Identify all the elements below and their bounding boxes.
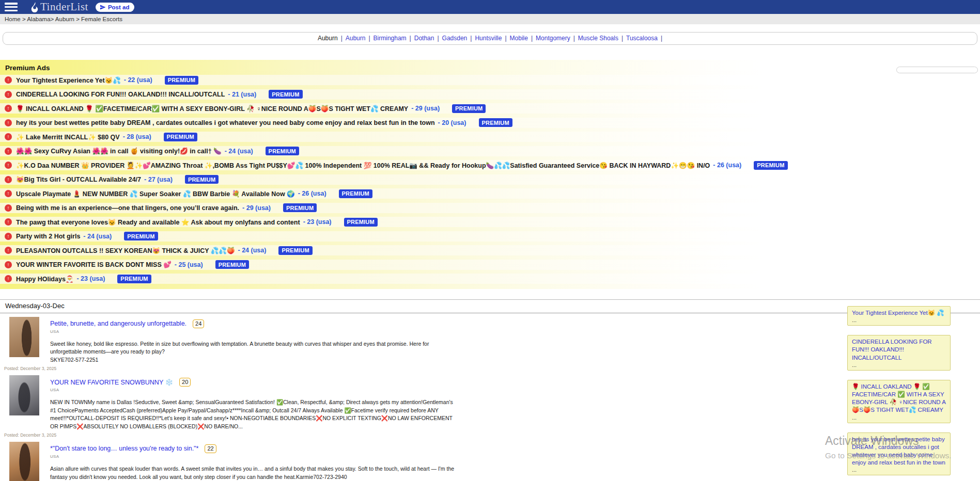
premium-ad-age-meta: - 24 (usa) (225, 148, 253, 155)
up-arrow-icon: ↑ (5, 105, 12, 112)
breadcrumb-link[interactable]: Female Escorts (81, 16, 122, 22)
premium-ad-row[interactable]: ↑ PLEASANTON OUTCALLS !! SEXY KOREAN😻 TH… (0, 245, 980, 255)
up-arrow-icon: ↑ (5, 218, 12, 226)
city-separator: | (470, 35, 472, 42)
city-link[interactable]: Birmingham (374, 35, 407, 42)
paper-plane-icon (100, 4, 106, 10)
premium-ad-row[interactable]: ↑ hey its your best wettes petite baby D… (0, 118, 980, 128)
up-arrow-icon: ↑ (5, 190, 12, 197)
date-header: Wednesday-03-Dec (0, 299, 980, 313)
post-ad-button[interactable]: Post ad (96, 3, 135, 12)
sidebar-ad-more: ... (852, 414, 946, 421)
sidebar-ad-link[interactable]: 🌹 INCALL OAKLAND 🌹 ✅ FACETIME/CAR ✅ WITH… (852, 383, 946, 414)
sidebar-ad-link[interactable]: Your Tightest Experience Yet😼 💦 (852, 309, 946, 317)
listing-title-link[interactable]: Petite, brunette, and dangerously unforg… (50, 320, 186, 327)
premium-ad-age-meta: - 23 (usa) (303, 218, 332, 226)
city-separator: | (531, 35, 533, 42)
city-links: Auburn|Birmingham|Dothan|Gadsden|Huntsvi… (344, 35, 664, 42)
listing-row: YOUR NEW FAVORITE SNOWBUNNY ❄️ 20 USA NE… (0, 372, 496, 438)
breadcrumb-link[interactable]: Auburn (55, 16, 74, 22)
listing-title-link[interactable]: *"Don't stare too long… unless you're re… (50, 445, 198, 452)
age-badge: 22 (205, 444, 216, 453)
premium-ad-row[interactable]: ↑ Party with 2 Hot girls - 24 (usa) PREM… (0, 231, 980, 242)
premium-ad-title-link[interactable]: ✨ Lake Merritt INCALL✨ $80 QV (16, 133, 120, 141)
city-separator: | (621, 35, 623, 42)
premium-ad-row[interactable]: ↑ Being with me is an experience—one tha… (0, 203, 980, 213)
hamburger-menu-icon[interactable] (5, 3, 18, 11)
listing-title-row: *"Don't stare too long… unless you're re… (50, 444, 496, 453)
premium-ad-row[interactable]: ↑ 😻Big Tits Girl - OUTCALL Available 24/… (0, 174, 980, 185)
premium-ad-title-link[interactable]: Your Tightest Experience Yet😼💦 (16, 76, 121, 84)
premium-ad-age-meta: - 25 (usa) (175, 261, 203, 268)
premium-ad-row[interactable]: ↑ ✨K.O Daa NUMBER 👑 PROVIDER 💆✨💕AMAZING … (0, 160, 980, 170)
city-link[interactable]: Montgomery (536, 35, 570, 42)
city-link[interactable]: Muscle Shoals (578, 35, 618, 42)
premium-ad-title-link[interactable]: The pawg that everyone loves😼 Ready and … (16, 218, 300, 226)
listing-row: Petite, brunette, and dangerously unforg… (0, 313, 496, 372)
premium-ad-age-meta: - 20 (usa) (438, 119, 466, 126)
premium-ad-title-link[interactable]: CINDERELLA LOOKING FOR FUN!!! OAKLAND!!!… (16, 91, 225, 98)
premium-badge: PREMIUM (215, 260, 249, 269)
sidebar-ad-link[interactable]: hey its your best wettes petite baby DRE… (852, 436, 946, 467)
listing-thumbnail[interactable] (9, 375, 39, 415)
up-arrow-icon: ↑ (5, 261, 12, 268)
up-arrow-icon: ↑ (5, 204, 12, 212)
city-link[interactable]: Tuscaloosa (626, 35, 658, 42)
listing-thumbnail[interactable] (9, 442, 39, 481)
premium-ad-age-meta: - 29 (usa) (242, 204, 271, 212)
listing-location: USA (50, 388, 496, 392)
brand-logo[interactable]: TinderList (30, 1, 88, 13)
premium-ad-title-link[interactable]: YOUR WINTER FAVORITE IS BACK DONT MISS 💕 (16, 261, 172, 268)
premium-ad-title-link[interactable]: 🌹 INCALL OAKLAND 🌹 ✅FACETIME/CAR✅ WITH A… (16, 105, 408, 113)
premium-ad-row[interactable]: ↑ ✨ Lake Merritt INCALL✨ $80 QV - 28 (us… (0, 132, 980, 142)
premium-badge: PREMIUM (124, 232, 158, 241)
premium-ad-title-link[interactable]: Upscale Playmate 💄 NEW NUMBER 💦 Super So… (16, 190, 295, 198)
premium-ad-title-link[interactable]: Being with me is an experience—one that … (16, 204, 239, 212)
premium-ad-title-link[interactable]: ✨K.O Daa NUMBER 👑 PROVIDER 💆✨💕AMAZING Th… (16, 162, 710, 169)
sidebar-ad-more: ... (852, 317, 946, 323)
city-link[interactable]: Auburn (346, 35, 366, 42)
listing-title-row: Petite, brunette, and dangerously unforg… (50, 319, 496, 328)
sidebar-ad-box[interactable]: Your Tightest Experience Yet😼 💦 ... (847, 306, 951, 326)
premium-ad-age-meta: - 24 (usa) (83, 233, 112, 240)
sidebar-ad-box[interactable]: CINDERELLA LOOKING FOR FUN!!! OAKLAND!!!… (847, 335, 951, 371)
premium-badge: PREMIUM (479, 118, 512, 127)
premium-badge: PREMIUM (165, 76, 198, 85)
city-link[interactable]: Dothan (414, 35, 434, 42)
premium-ad-row[interactable]: ↑ Upscale Playmate 💄 NEW NUMBER 💦 Super … (0, 188, 980, 199)
page: TinderList Post ad Home > Alabama> Aubur… (0, 0, 980, 481)
premium-ad-title-link[interactable]: 😻Big Tits Girl - OUTCALL Available 24/7 (16, 175, 141, 183)
sidebar-ad-box[interactable]: 🌹 INCALL OAKLAND 🌹 ✅ FACETIME/CAR ✅ WITH… (847, 380, 951, 423)
premium-ad-title-link[interactable]: 🌺🌺 Sexy CuRvy Asian 🌺🌺 in call 🍯 visitin… (16, 147, 222, 155)
sidebar-ad-link[interactable]: CINDERELLA LOOKING FOR FUN!!! OAKLAND!!!… (852, 338, 946, 362)
premium-ad-title-link[interactable]: PLEASANTON OUTCALLS !! SEXY KOREAN😻 THIC… (16, 247, 235, 254)
breadcrumb-link[interactable]: Alabama (27, 16, 50, 22)
premium-ad-row[interactable]: ↑ Happy HOlidays🎅 - 23 (usa) PREMIUM (0, 274, 980, 284)
premium-ad-row[interactable]: ↑ The pawg that everyone loves😼 Ready an… (0, 217, 980, 227)
premium-ads-list: ↑ Your Tightest Experience Yet😼💦 - 22 (u… (0, 75, 980, 284)
premium-ad-age-meta: - 29 (usa) (411, 105, 440, 112)
listing-thumbnail[interactable] (9, 317, 39, 357)
premium-ad-row[interactable]: ↑ CINDERELLA LOOKING FOR FUN!!! OAKLAND!… (0, 89, 980, 100)
flame-icon (30, 2, 39, 12)
listing-location: USA (50, 454, 496, 459)
premium-badge: PREMIUM (339, 189, 372, 198)
city-link[interactable]: Huntsville (475, 35, 502, 42)
breadcrumb-link[interactable]: Home (5, 16, 21, 22)
premium-ad-title-link[interactable]: Party with 2 Hot girls (16, 233, 80, 240)
city-separator: | (505, 35, 506, 42)
premium-ad-title-link[interactable]: hey its your best wettes petite baby DRE… (16, 119, 435, 126)
premium-ad-row[interactable]: ↑ Your Tightest Experience Yet😼💦 - 22 (u… (0, 75, 980, 85)
listing-title-link[interactable]: YOUR NEW FAVORITE SNOWBUNNY ❄️ (50, 378, 173, 386)
city-link[interactable]: Gadsden (442, 35, 468, 42)
premium-ad-row[interactable]: ↑ 🌺🌺 Sexy CuRvy Asian 🌺🌺 in call 🍯 visit… (0, 146, 980, 156)
premium-ad-row[interactable]: ↑ YOUR WINTER FAVORITE IS BACK DONT MISS… (0, 260, 980, 270)
city-separator: | (368, 35, 370, 42)
sidebar-ad-box[interactable]: hey its your best wettes petite baby DRE… (847, 432, 951, 476)
premium-ad-title-link[interactable]: Happy HOlidays🎅 (16, 275, 73, 283)
premium-ad-row[interactable]: ↑ 🌹 INCALL OAKLAND 🌹 ✅FACETIME/CAR✅ WITH… (0, 103, 980, 114)
detached-scrollbar[interactable] (896, 67, 978, 73)
premium-badge: PREMIUM (452, 104, 486, 113)
city-link[interactable]: Mobile (510, 35, 528, 42)
up-arrow-icon: ↑ (5, 91, 12, 98)
